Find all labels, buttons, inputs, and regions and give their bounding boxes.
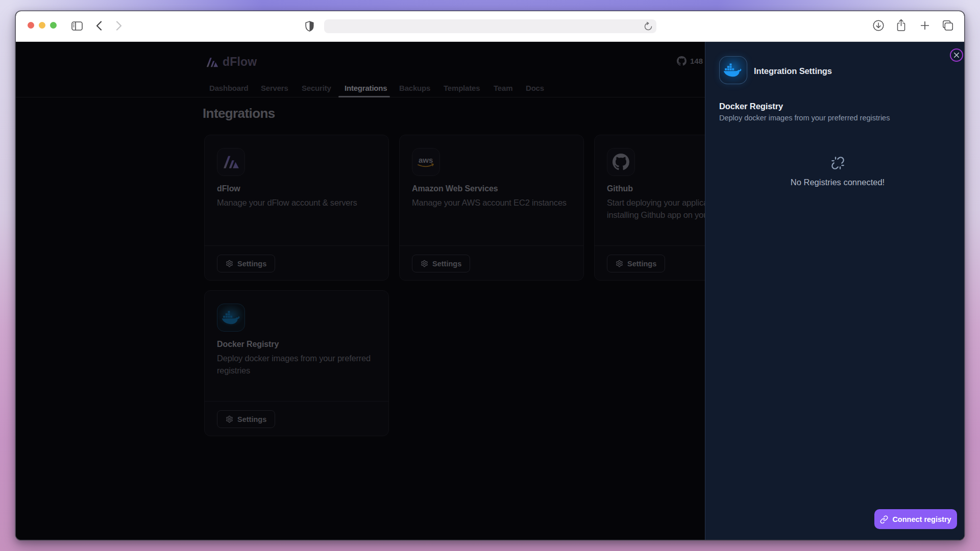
svg-text:aws: aws: [419, 156, 433, 164]
